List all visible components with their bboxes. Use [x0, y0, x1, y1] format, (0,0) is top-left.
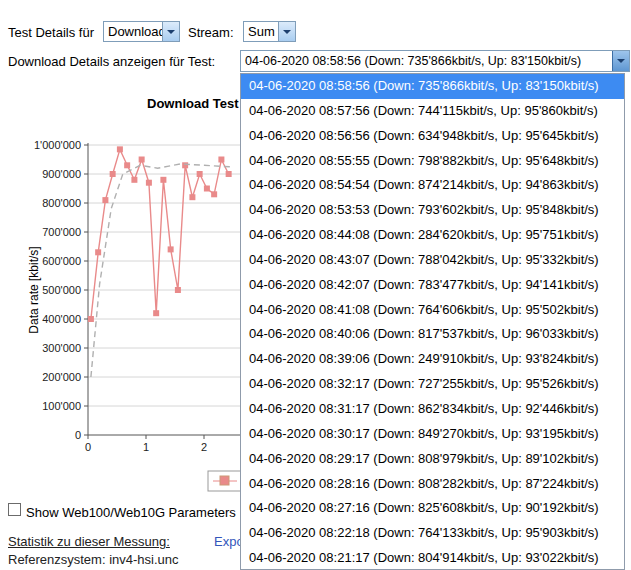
test-dropdown-option[interactable]: 04-06-2020 08:57:56 (Down: 744'115kbit/s…: [241, 99, 624, 124]
test-dropdown-option[interactable]: 04-06-2020 08:41:08 (Down: 764'606kbit/s…: [241, 298, 624, 323]
test-details-label: Test Details für: [8, 22, 94, 43]
test-type-select[interactable]: Download: [103, 21, 180, 42]
referenzsystem-text: Referenzsystem: inv4-hsi.unc: [8, 549, 179, 570]
test-dropdown-option[interactable]: 04-06-2020 08:32:17 (Down: 727'255kbit/s…: [241, 372, 624, 397]
stream-value: Sum: [244, 22, 278, 41]
test-select-combobox[interactable]: 04-06-2020 08:58:56 (Down: 735'866kbit/s…: [240, 50, 630, 72]
test-dropdown-option[interactable]: 04-06-2020 08:44:08 (Down: 284'620kbit/s…: [241, 223, 624, 248]
test-dropdown-option[interactable]: 04-06-2020 08:22:18 (Down: 764'133kbit/s…: [241, 521, 624, 546]
stream-label: Stream:: [188, 22, 234, 43]
svg-text:500'000: 500'000: [42, 284, 81, 296]
test-dropdown-option[interactable]: 04-06-2020 08:53:53 (Down: 793'602kbit/s…: [241, 198, 624, 223]
svg-text:100'000: 100'000: [42, 400, 81, 412]
test-dropdown-option[interactable]: 04-06-2020 08:40:06 (Down: 817'537kbit/s…: [241, 322, 624, 347]
chevron-down-icon: [278, 22, 295, 41]
test-dropdown-option[interactable]: 04-06-2020 08:42:07 (Down: 783'477kbit/s…: [241, 273, 624, 298]
svg-text:200'000: 200'000: [42, 371, 81, 383]
test-dropdown-option[interactable]: 04-06-2020 08:58:56 (Down: 735'866kbit/s…: [241, 74, 624, 99]
test-dropdown-option[interactable]: 04-06-2020 08:27:16 (Down: 825'608kbit/s…: [241, 496, 624, 521]
svg-text:Download Test: Download Test: [147, 96, 239, 111]
test-dropdown-list[interactable]: 04-06-2020 08:58:56 (Down: 735'866kbit/s…: [240, 73, 625, 570]
svg-text:800'000: 800'000: [42, 197, 81, 209]
svg-text:1: 1: [143, 441, 149, 453]
test-dropdown-option[interactable]: 04-06-2020 08:28:16 (Down: 808'282kbit/s…: [241, 472, 624, 497]
stream-select[interactable]: Sum: [243, 21, 296, 42]
svg-text:1'000'000: 1'000'000: [34, 139, 81, 151]
web100-checkbox-label: Show Web100/Web10G Parameters: [26, 502, 236, 523]
svg-text:0: 0: [75, 429, 81, 441]
test-select-value: 04-06-2020 08:58:56 (Down: 735'866kbit/s…: [241, 51, 612, 71]
test-type-value: Download: [104, 22, 162, 41]
test-dropdown-option[interactable]: 04-06-2020 08:55:55 (Down: 798'882kbit/s…: [241, 149, 624, 174]
svg-text:300'000: 300'000: [42, 342, 81, 354]
svg-text:700'000: 700'000: [42, 226, 81, 238]
chevron-down-icon[interactable]: [612, 51, 629, 71]
test-dropdown-option[interactable]: 04-06-2020 08:29:17 (Down: 808'979kbit/s…: [241, 447, 624, 472]
test-dropdown-option[interactable]: 04-06-2020 08:54:54 (Down: 874'214kbit/s…: [241, 173, 624, 198]
test-dropdown-option[interactable]: 04-06-2020 08:21:17 (Down: 804'914kbit/s…: [241, 546, 624, 570]
svg-text:900'000: 900'000: [42, 168, 81, 180]
test-dropdown-option[interactable]: 04-06-2020 08:56:56 (Down: 634'948kbit/s…: [241, 124, 624, 149]
svg-text:600'000: 600'000: [42, 255, 81, 267]
svg-text:Data rate [kbit/s]: Data rate [kbit/s]: [27, 246, 41, 333]
svg-text:400'000: 400'000: [42, 313, 81, 325]
download-details-label: Download Details anzeigen für Test:: [8, 51, 215, 72]
svg-text:2: 2: [201, 441, 207, 453]
chevron-down-icon: [162, 22, 179, 41]
svg-text:0: 0: [85, 441, 91, 453]
test-dropdown-option[interactable]: 04-06-2020 08:31:17 (Down: 862'834kbit/s…: [241, 397, 624, 422]
test-dropdown-option[interactable]: 04-06-2020 08:43:07 (Down: 788'042kbit/s…: [241, 248, 624, 273]
test-dropdown-option[interactable]: 04-06-2020 08:30:17 (Down: 849'270kbit/s…: [241, 422, 624, 447]
test-dropdown-option[interactable]: 04-06-2020 08:39:06 (Down: 249'910kbit/s…: [241, 347, 624, 372]
